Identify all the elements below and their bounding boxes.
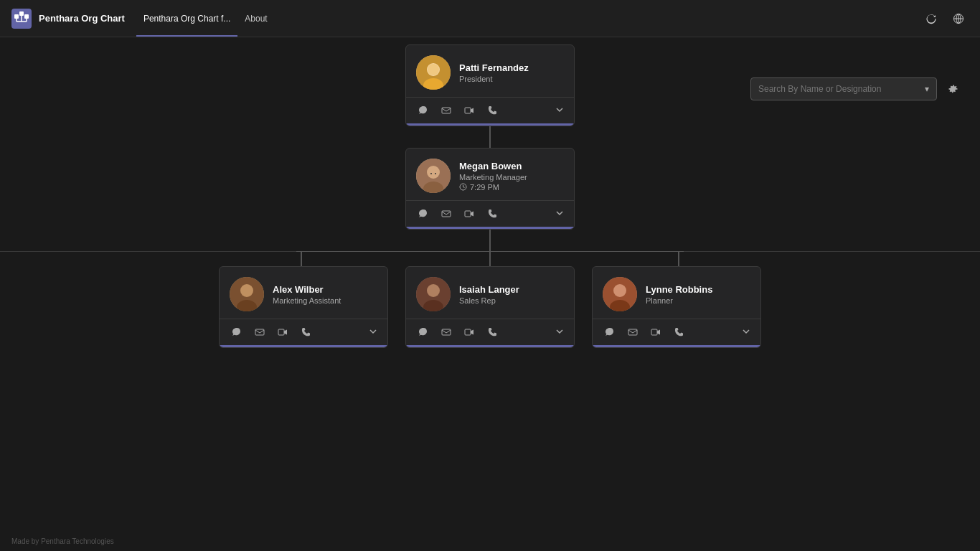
svg-point-21 <box>430 173 432 174</box>
megan-video-icon[interactable] <box>462 207 476 221</box>
lynne-chat-icon[interactable] <box>603 325 617 339</box>
card-patti: Patti Fernandez President <box>405 44 575 126</box>
svg-rect-34 <box>442 329 451 335</box>
connector-lynne-top <box>678 252 679 266</box>
svg-rect-17 <box>465 108 471 113</box>
lynne-video-icon[interactable] <box>649 325 663 339</box>
card-patti-body: Patti Fernandez President <box>406 45 574 97</box>
alex-expand-icon[interactable] <box>369 327 377 338</box>
megan-phone-icon[interactable] <box>485 207 499 221</box>
avatar-isaiah <box>416 277 451 311</box>
card-lynne-info: Lynne Robbins Planner <box>646 284 712 305</box>
isaiah-phone-icon[interactable] <box>485 325 499 339</box>
svg-rect-2 <box>19 11 24 16</box>
settings-gear-icon[interactable] <box>943 79 963 99</box>
level2-section: Megan Bowen Marketing Manager 7:29 PM <box>405 148 575 251</box>
card-patti-actions <box>406 97 574 123</box>
svg-point-19 <box>427 166 440 179</box>
svg-rect-16 <box>442 108 451 113</box>
lynne-expand-icon[interactable] <box>742 327 750 338</box>
tab-main[interactable]: Penthara Org Chart f... <box>136 11 237 27</box>
alex-mail-icon[interactable] <box>253 325 267 339</box>
svg-rect-39 <box>628 329 637 335</box>
lynne-accent-bar <box>593 345 760 347</box>
topbar-right <box>921 9 969 29</box>
alex-chat-icon[interactable] <box>230 325 244 339</box>
svg-point-27 <box>240 284 253 297</box>
refresh-button[interactable] <box>921 9 941 29</box>
avatar-lynne <box>603 277 637 311</box>
alex-title: Marketing Assistant <box>273 296 341 305</box>
alex-phone-icon[interactable] <box>298 325 313 339</box>
topbar: Penthara Org Chart Penthara Org Chart f.… <box>0 0 980 37</box>
connector-l2-l3 <box>489 230 491 251</box>
isaiah-video-icon[interactable] <box>462 325 476 339</box>
svg-rect-35 <box>465 329 471 335</box>
isaiah-accent-bar <box>406 345 574 347</box>
isaiah-name: Isaiah Langer <box>459 284 519 295</box>
megan-expand-icon[interactable] <box>555 209 564 220</box>
megan-time: 7:29 PM <box>459 183 527 192</box>
svg-point-32 <box>427 284 440 297</box>
card-alex-body: Alex Wilber Marketing Assistant <box>220 267 387 319</box>
card-isaiah-info: Isaiah Langer Sales Rep <box>459 284 519 305</box>
svg-point-37 <box>613 284 626 297</box>
search-wrapper[interactable]: ▾ <box>750 77 937 100</box>
patti-chat-icon[interactable] <box>416 103 430 118</box>
isaiah-chat-icon[interactable] <box>416 325 430 339</box>
alex-name: Alex Wilber <box>273 284 341 295</box>
globe-button[interactable] <box>948 9 969 29</box>
lynne-mail-icon[interactable] <box>626 325 640 339</box>
isaiah-mail-icon[interactable] <box>439 325 453 339</box>
card-alex-info: Alex Wilber Marketing Assistant <box>273 284 341 305</box>
svg-rect-3 <box>24 14 29 19</box>
search-chevron-icon[interactable]: ▾ <box>925 84 929 94</box>
card-isaiah-actions <box>406 319 574 345</box>
alex-accent-bar <box>220 345 387 347</box>
megan-name: Megan Bowen <box>459 161 527 171</box>
card-lynne: Lynne Robbins Planner <box>592 266 761 348</box>
search-input[interactable] <box>758 84 925 94</box>
card-patti-info: Patti Fernandez President <box>459 62 529 83</box>
connector-alex-top <box>301 252 302 266</box>
card-megan: Megan Bowen Marketing Manager 7:29 PM <box>405 148 575 230</box>
svg-rect-24 <box>442 211 451 217</box>
svg-rect-40 <box>651 329 657 335</box>
lynne-name: Lynne Robbins <box>646 284 712 295</box>
card-lynne-body: Lynne Robbins Planner <box>593 267 760 319</box>
card-megan-info: Megan Bowen Marketing Manager 7:29 PM <box>459 161 527 192</box>
patti-video-icon[interactable] <box>462 103 476 118</box>
patti-name: Patti Fernandez <box>459 62 529 73</box>
lynne-phone-icon[interactable] <box>672 325 686 339</box>
card-alex: Alex Wilber Marketing Assistant <box>219 266 388 348</box>
megan-mail-icon[interactable] <box>439 207 453 221</box>
card-isaiah: Isaiah Langer Sales Rep <box>405 266 575 348</box>
patti-accent-bar <box>406 123 574 126</box>
connector-l1-l2 <box>489 126 491 148</box>
patti-phone-icon[interactable] <box>485 103 499 118</box>
search-area: ▾ <box>750 77 963 100</box>
avatar-megan <box>416 159 451 193</box>
avatar-patti <box>416 55 451 90</box>
isaiah-title: Sales Rep <box>459 296 519 305</box>
alex-video-icon[interactable] <box>275 325 290 339</box>
svg-rect-1 <box>14 14 19 19</box>
footer: Made by Penthara Technologies <box>11 537 114 545</box>
card-lynne-actions <box>593 319 760 345</box>
patti-expand-icon[interactable] <box>555 105 564 116</box>
megan-chat-icon[interactable] <box>416 207 430 221</box>
svg-point-15 <box>428 64 439 75</box>
tab-about[interactable]: About <box>237 11 274 27</box>
patti-mail-icon[interactable] <box>439 103 453 118</box>
app-name: Penthara Org Chart <box>39 13 125 24</box>
card-alex-actions <box>220 319 387 345</box>
isaiah-expand-icon[interactable] <box>555 327 564 338</box>
megan-accent-bar <box>406 227 574 229</box>
avatar-alex <box>230 277 264 311</box>
card-isaiah-body: Isaiah Langer Sales Rep <box>406 267 574 319</box>
app-logo <box>11 9 32 29</box>
card-megan-actions <box>406 200 574 227</box>
megan-title: Marketing Manager <box>459 173 527 182</box>
connector-isaiah-top <box>489 252 491 266</box>
level1-node: Patti Fernandez President <box>405 44 575 126</box>
